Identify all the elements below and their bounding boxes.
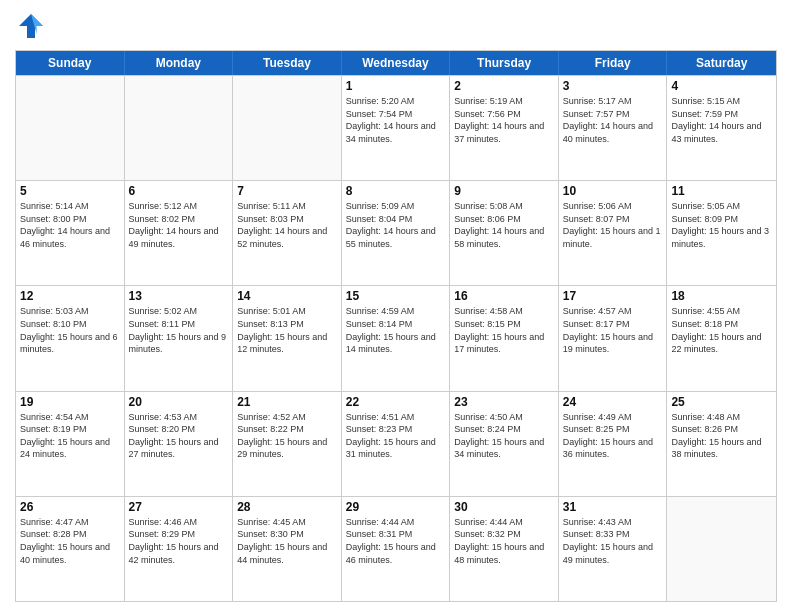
- cell-info: Sunrise: 4:52 AMSunset: 8:22 PMDaylight:…: [237, 411, 337, 461]
- cell-info: Sunrise: 4:59 AMSunset: 8:14 PMDaylight:…: [346, 305, 446, 355]
- cell-info: Sunrise: 5:05 AMSunset: 8:09 PMDaylight:…: [671, 200, 772, 250]
- day-number: 5: [20, 184, 120, 198]
- day-number: 31: [563, 500, 663, 514]
- day-number: 1: [346, 79, 446, 93]
- logo: [15, 10, 51, 42]
- cal-cell: 4Sunrise: 5:15 AMSunset: 7:59 PMDaylight…: [667, 76, 776, 180]
- cell-info: Sunrise: 4:45 AMSunset: 8:30 PMDaylight:…: [237, 516, 337, 566]
- cal-cell: 29Sunrise: 4:44 AMSunset: 8:31 PMDayligh…: [342, 497, 451, 601]
- day-number: 22: [346, 395, 446, 409]
- cell-info: Sunrise: 4:49 AMSunset: 8:25 PMDaylight:…: [563, 411, 663, 461]
- cell-info: Sunrise: 4:58 AMSunset: 8:15 PMDaylight:…: [454, 305, 554, 355]
- day-number: 30: [454, 500, 554, 514]
- day-header-wednesday: Wednesday: [342, 51, 451, 75]
- cal-cell: 15Sunrise: 4:59 AMSunset: 8:14 PMDayligh…: [342, 286, 451, 390]
- day-header-monday: Monday: [125, 51, 234, 75]
- cell-info: Sunrise: 5:02 AMSunset: 8:11 PMDaylight:…: [129, 305, 229, 355]
- cal-cell: 13Sunrise: 5:02 AMSunset: 8:11 PMDayligh…: [125, 286, 234, 390]
- cal-cell: 12Sunrise: 5:03 AMSunset: 8:10 PMDayligh…: [16, 286, 125, 390]
- cell-info: Sunrise: 5:17 AMSunset: 7:57 PMDaylight:…: [563, 95, 663, 145]
- day-number: 14: [237, 289, 337, 303]
- cal-cell: [667, 497, 776, 601]
- cell-info: Sunrise: 5:08 AMSunset: 8:06 PMDaylight:…: [454, 200, 554, 250]
- week-row-4: 19Sunrise: 4:54 AMSunset: 8:19 PMDayligh…: [16, 391, 776, 496]
- cal-cell: 14Sunrise: 5:01 AMSunset: 8:13 PMDayligh…: [233, 286, 342, 390]
- day-header-thursday: Thursday: [450, 51, 559, 75]
- cal-cell: 11Sunrise: 5:05 AMSunset: 8:09 PMDayligh…: [667, 181, 776, 285]
- cell-info: Sunrise: 5:19 AMSunset: 7:56 PMDaylight:…: [454, 95, 554, 145]
- cell-info: Sunrise: 4:53 AMSunset: 8:20 PMDaylight:…: [129, 411, 229, 461]
- day-number: 10: [563, 184, 663, 198]
- day-header-friday: Friday: [559, 51, 668, 75]
- cal-cell: 21Sunrise: 4:52 AMSunset: 8:22 PMDayligh…: [233, 392, 342, 496]
- week-row-1: 1Sunrise: 5:20 AMSunset: 7:54 PMDaylight…: [16, 75, 776, 180]
- cal-cell: [16, 76, 125, 180]
- cell-info: Sunrise: 5:20 AMSunset: 7:54 PMDaylight:…: [346, 95, 446, 145]
- cell-info: Sunrise: 4:43 AMSunset: 8:33 PMDaylight:…: [563, 516, 663, 566]
- cal-cell: 30Sunrise: 4:44 AMSunset: 8:32 PMDayligh…: [450, 497, 559, 601]
- header: [15, 10, 777, 42]
- day-number: 8: [346, 184, 446, 198]
- day-number: 16: [454, 289, 554, 303]
- cell-info: Sunrise: 4:44 AMSunset: 8:32 PMDaylight:…: [454, 516, 554, 566]
- cell-info: Sunrise: 4:57 AMSunset: 8:17 PMDaylight:…: [563, 305, 663, 355]
- cal-cell: 9Sunrise: 5:08 AMSunset: 8:06 PMDaylight…: [450, 181, 559, 285]
- calendar: SundayMondayTuesdayWednesdayThursdayFrid…: [15, 50, 777, 602]
- day-header-tuesday: Tuesday: [233, 51, 342, 75]
- cal-cell: 26Sunrise: 4:47 AMSunset: 8:28 PMDayligh…: [16, 497, 125, 601]
- cal-cell: 5Sunrise: 5:14 AMSunset: 8:00 PMDaylight…: [16, 181, 125, 285]
- day-number: 13: [129, 289, 229, 303]
- cal-cell: 25Sunrise: 4:48 AMSunset: 8:26 PMDayligh…: [667, 392, 776, 496]
- day-number: 17: [563, 289, 663, 303]
- day-number: 25: [671, 395, 772, 409]
- calendar-body: 1Sunrise: 5:20 AMSunset: 7:54 PMDaylight…: [16, 75, 776, 601]
- day-number: 12: [20, 289, 120, 303]
- cal-cell: 31Sunrise: 4:43 AMSunset: 8:33 PMDayligh…: [559, 497, 668, 601]
- day-number: 28: [237, 500, 337, 514]
- cell-info: Sunrise: 5:09 AMSunset: 8:04 PMDaylight:…: [346, 200, 446, 250]
- cal-cell: 16Sunrise: 4:58 AMSunset: 8:15 PMDayligh…: [450, 286, 559, 390]
- day-number: 9: [454, 184, 554, 198]
- day-number: 4: [671, 79, 772, 93]
- cell-info: Sunrise: 4:44 AMSunset: 8:31 PMDaylight:…: [346, 516, 446, 566]
- cell-info: Sunrise: 4:47 AMSunset: 8:28 PMDaylight:…: [20, 516, 120, 566]
- cal-cell: 7Sunrise: 5:11 AMSunset: 8:03 PMDaylight…: [233, 181, 342, 285]
- cal-cell: 27Sunrise: 4:46 AMSunset: 8:29 PMDayligh…: [125, 497, 234, 601]
- cal-cell: [125, 76, 234, 180]
- cell-info: Sunrise: 4:48 AMSunset: 8:26 PMDaylight:…: [671, 411, 772, 461]
- cell-info: Sunrise: 4:55 AMSunset: 8:18 PMDaylight:…: [671, 305, 772, 355]
- calendar-header: SundayMondayTuesdayWednesdayThursdayFrid…: [16, 51, 776, 75]
- cell-info: Sunrise: 5:14 AMSunset: 8:00 PMDaylight:…: [20, 200, 120, 250]
- cal-cell: 24Sunrise: 4:49 AMSunset: 8:25 PMDayligh…: [559, 392, 668, 496]
- day-number: 21: [237, 395, 337, 409]
- cell-info: Sunrise: 4:51 AMSunset: 8:23 PMDaylight:…: [346, 411, 446, 461]
- cal-cell: 8Sunrise: 5:09 AMSunset: 8:04 PMDaylight…: [342, 181, 451, 285]
- day-number: 24: [563, 395, 663, 409]
- cal-cell: [233, 76, 342, 180]
- day-number: 18: [671, 289, 772, 303]
- cal-cell: 6Sunrise: 5:12 AMSunset: 8:02 PMDaylight…: [125, 181, 234, 285]
- day-number: 15: [346, 289, 446, 303]
- day-number: 6: [129, 184, 229, 198]
- cell-info: Sunrise: 5:12 AMSunset: 8:02 PMDaylight:…: [129, 200, 229, 250]
- week-row-2: 5Sunrise: 5:14 AMSunset: 8:00 PMDaylight…: [16, 180, 776, 285]
- day-number: 7: [237, 184, 337, 198]
- week-row-3: 12Sunrise: 5:03 AMSunset: 8:10 PMDayligh…: [16, 285, 776, 390]
- cal-cell: 3Sunrise: 5:17 AMSunset: 7:57 PMDaylight…: [559, 76, 668, 180]
- cal-cell: 23Sunrise: 4:50 AMSunset: 8:24 PMDayligh…: [450, 392, 559, 496]
- cell-info: Sunrise: 4:54 AMSunset: 8:19 PMDaylight:…: [20, 411, 120, 461]
- day-number: 19: [20, 395, 120, 409]
- cell-info: Sunrise: 5:01 AMSunset: 8:13 PMDaylight:…: [237, 305, 337, 355]
- week-row-5: 26Sunrise: 4:47 AMSunset: 8:28 PMDayligh…: [16, 496, 776, 601]
- day-header-saturday: Saturday: [667, 51, 776, 75]
- day-number: 27: [129, 500, 229, 514]
- cell-info: Sunrise: 5:06 AMSunset: 8:07 PMDaylight:…: [563, 200, 663, 250]
- day-number: 23: [454, 395, 554, 409]
- cal-cell: 22Sunrise: 4:51 AMSunset: 8:23 PMDayligh…: [342, 392, 451, 496]
- cal-cell: 18Sunrise: 4:55 AMSunset: 8:18 PMDayligh…: [667, 286, 776, 390]
- day-header-sunday: Sunday: [16, 51, 125, 75]
- cal-cell: 10Sunrise: 5:06 AMSunset: 8:07 PMDayligh…: [559, 181, 668, 285]
- cell-info: Sunrise: 5:11 AMSunset: 8:03 PMDaylight:…: [237, 200, 337, 250]
- cal-cell: 17Sunrise: 4:57 AMSunset: 8:17 PMDayligh…: [559, 286, 668, 390]
- cell-info: Sunrise: 5:03 AMSunset: 8:10 PMDaylight:…: [20, 305, 120, 355]
